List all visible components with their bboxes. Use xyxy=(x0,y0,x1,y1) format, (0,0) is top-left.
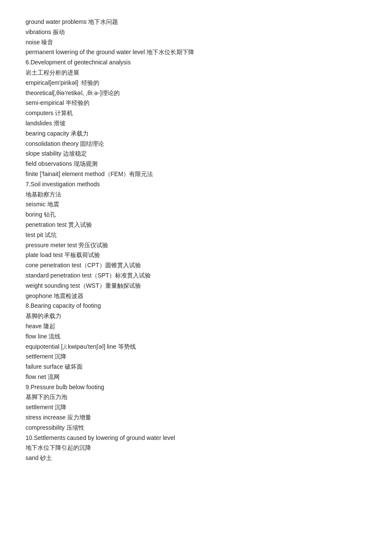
text-line-30: heave 隆起 xyxy=(26,321,366,332)
text-line-1: vibrations 振动 xyxy=(26,27,366,38)
text-line-26: weight sounding test（WST）重量触探试验 xyxy=(26,281,366,291)
text-line-38: settlement 沉降 xyxy=(26,402,366,413)
text-line-41: 10.Settlements caused by lowering of gro… xyxy=(26,433,366,443)
text-line-19: boring 钻孔 xyxy=(26,210,366,220)
text-line-32: equipotential [,iːkwipəu'tenʃəl] line 等势… xyxy=(26,342,366,352)
text-line-24: cone penetration test（CPT）圆锥贯入试验 xyxy=(26,260,366,271)
text-line-9: computers 计算机 xyxy=(26,108,366,119)
text-line-5: 岩土工程分析的进展 xyxy=(26,68,366,78)
text-line-22: pressure meter test 旁压仪试验 xyxy=(26,240,366,251)
text-line-2: noise 噪音 xyxy=(26,38,366,48)
text-line-12: consolidation theory 固结理论 xyxy=(26,139,366,149)
text-line-35: flow net 流网 xyxy=(26,372,366,382)
text-line-34: failure surface 破坏面 xyxy=(26,362,366,372)
text-line-29: 基脚的承载力 xyxy=(26,311,366,321)
text-line-11: bearing capacity 承载力 xyxy=(26,129,366,139)
text-line-36: 9.Pressure bulb below footing xyxy=(26,382,366,393)
text-line-43: sand 砂土 xyxy=(26,453,366,463)
main-content: ground water problems 地下水问题vibrations 振动… xyxy=(26,17,366,463)
text-line-14: field observations 现场观测 xyxy=(26,159,366,169)
text-line-13: slope stability 边坡稳定 xyxy=(26,149,366,159)
text-line-3: permanent lowering of the ground water l… xyxy=(26,47,366,58)
text-line-0: ground water problems 地下水问题 xyxy=(26,17,366,27)
text-line-42: 地下水位下降引起的沉降 xyxy=(26,443,366,453)
text-line-33: settlement 沉降 xyxy=(26,352,366,362)
text-line-16: 7.Soil investigation methods xyxy=(26,179,366,190)
text-line-21: test pit 试坑 xyxy=(26,230,366,240)
text-line-4: 6.Development of geotechnical analysis xyxy=(26,58,366,68)
text-line-40: compressibility 压缩性 xyxy=(26,423,366,433)
text-line-7: theoretical[,θiə'retikəl, ,θiːə-]理论的 xyxy=(26,88,366,98)
text-line-17: 地基勘察方法 xyxy=(26,190,366,200)
text-line-27: geophone 地震检波器 xyxy=(26,291,366,301)
text-line-8: semi-empirical 半经验的 xyxy=(26,98,366,108)
text-line-25: standard penetration test（SPT）标准贯入试验 xyxy=(26,271,366,281)
text-line-37: 基脚下的压力泡 xyxy=(26,392,366,402)
text-line-15: finite ['fainait] element method（FEM）有限元… xyxy=(26,169,366,179)
text-line-18: seismic 地震 xyxy=(26,199,366,210)
text-line-20: penetration test 贯入试验 xyxy=(26,220,366,230)
text-line-6: empirical[em'pirikəl] 经验的 xyxy=(26,78,366,88)
text-line-23: plate load test 平板载荷试验 xyxy=(26,250,366,260)
text-line-39: stress increase 应力增量 xyxy=(26,413,366,423)
text-line-31: flow line 流线 xyxy=(26,332,366,342)
text-line-10: landslides 滑坡 xyxy=(26,119,366,129)
text-line-28: 8.Bearing capacity of footing xyxy=(26,301,366,311)
